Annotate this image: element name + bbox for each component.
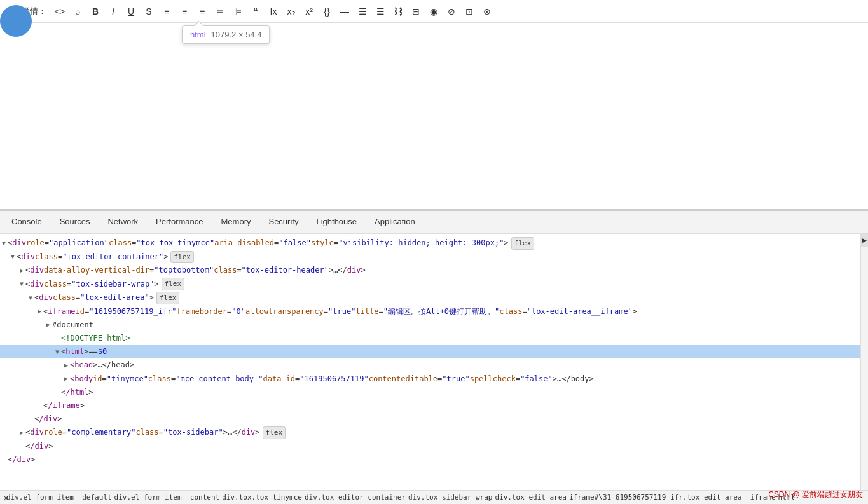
dom-toggle[interactable]: ▼: [18, 279, 25, 289]
clock-icon[interactable]: ⊗: [479, 3, 495, 20]
csdn-watermark: CSDN @ 爱前端超过女朋友: [768, 489, 863, 500]
editor-toolbar: 通知详情： <>⌕BIUS≡≡≡⊨⊫❝Ixx₂x²{}—☰☰⛓⊟◉⊘⊡⊗: [0, 0, 868, 23]
breadcrumb-item-1[interactable]: div.el-form-item__content: [113, 493, 221, 501]
superscript-icon[interactable]: x²: [301, 3, 317, 20]
devtools-tabs: ConsoleSourcesNetworkPerformanceMemorySe…: [0, 211, 868, 234]
right-panel: ▶: [860, 234, 868, 490]
dom-toggle[interactable]: ▼: [9, 252, 17, 262]
dom-toggle[interactable]: ▶: [62, 360, 70, 371]
breadcrumb-item-2[interactable]: div.tox.tox-tinymce: [221, 493, 303, 501]
dom-line-line10[interactable]: ▶<head>…</head>: [0, 358, 860, 372]
editor-area: 通知详情： <>⌕BIUS≡≡≡⊨⊫❝Ixx₂x²{}—☰☰⛓⊟◉⊘⊡⊗ htm…: [0, 0, 868, 210]
dom-line-line16[interactable]: </div>: [0, 440, 860, 453]
tab-sources[interactable]: Sources: [51, 211, 99, 234]
align-right-icon[interactable]: ≡: [194, 3, 210, 20]
dom-toggle[interactable]: ▶: [18, 266, 25, 276]
dom-toggle[interactable]: ▼: [0, 238, 8, 249]
underline-icon[interactable]: U: [123, 3, 139, 20]
dom-doctype: <!DOCTYPE html>: [61, 332, 130, 344]
outdent-icon[interactable]: ⊫: [230, 3, 246, 20]
toolbar-icons: <>⌕BIUS≡≡≡⊨⊫❝Ixx₂x²{}—☰☰⛓⊟◉⊘⊡⊗: [52, 3, 495, 20]
tab-console[interactable]: Console: [3, 211, 51, 234]
dom-toggle[interactable]: ▼: [53, 347, 61, 357]
dom-line-line14[interactable]: </div>: [0, 412, 860, 426]
align-left-icon[interactable]: ≡: [158, 3, 175, 20]
dom-line-line15[interactable]: ▶<div role="complementary" class="tox-si…: [0, 426, 860, 440]
breadcrumb-item-3[interactable]: div.tox-editor-container: [303, 493, 407, 501]
dom-line-line9[interactable]: ▼<html> == $0: [0, 345, 860, 358]
tab-memory[interactable]: Memory: [212, 211, 260, 234]
tab-performance[interactable]: Performance: [147, 211, 212, 234]
devtools-breadcrumb: div.el-form-item--default div.el-form-it…: [0, 490, 868, 504]
editor-body: [182, 23, 868, 209]
element-tooltip: html 1079.2 × 54.4: [182, 25, 270, 44]
breadcrumb-item-4[interactable]: div.tox-sidebar-wrap: [407, 493, 493, 501]
dom-text: #document: [52, 319, 93, 331]
tab-network[interactable]: Network: [99, 211, 147, 234]
code-icon[interactable]: <>: [52, 3, 68, 20]
dom-line-line2[interactable]: ▼<div class="tox-editor-container">flex: [0, 250, 860, 264]
tab-security[interactable]: Security: [259, 211, 307, 234]
subscript-icon[interactable]: x₂: [283, 3, 300, 20]
bold-icon[interactable]: B: [87, 3, 104, 20]
dom-toggle[interactable]: ▶: [36, 306, 43, 317]
preview-icon[interactable]: ◉: [425, 3, 442, 20]
tooltip-size: 1079.2 × 54.4: [211, 30, 262, 39]
italic-icon[interactable]: I: [105, 3, 121, 20]
link-icon[interactable]: ⛓: [390, 3, 406, 20]
strikethrough-icon[interactable]: S: [141, 3, 157, 20]
dom-line-line7[interactable]: ▶#document: [0, 318, 860, 332]
breadcrumb-item-6[interactable]: iframe#\31 619506757119_ifr.tox-edit-are…: [568, 493, 777, 501]
dom-toggle[interactable]: ▼: [27, 293, 34, 303]
breadcrumb-item-0[interactable]: div.el-form-item--default: [5, 493, 113, 501]
quote-icon[interactable]: ❝: [247, 3, 264, 20]
clear-format-icon[interactable]: Ix: [265, 3, 282, 20]
layout-badge: flex: [263, 426, 286, 439]
layout-badge: flex: [170, 251, 194, 264]
dom-tree: ▼<div role="application" class="tox tox-…: [0, 234, 860, 490]
dom-line-line12[interactable]: </html>: [0, 386, 860, 399]
tab-lighthouse[interactable]: Lighthouse: [307, 211, 366, 234]
devtools-content: ▼<div role="application" class="tox tox-…: [0, 234, 868, 490]
layout-badge: flex: [511, 237, 535, 250]
search-icon[interactable]: ⌕: [69, 3, 86, 20]
bookmark-icon[interactable]: ⊘: [443, 3, 460, 20]
list-ordered-icon[interactable]: ☰: [372, 3, 389, 20]
dom-line-line17[interactable]: </div>: [0, 453, 860, 467]
dom-line-line4[interactable]: ▼<div class="tox-sidebar-wrap">flex: [0, 277, 860, 291]
hr-icon[interactable]: —: [336, 3, 353, 20]
dom-line-line13[interactable]: </iframe>: [0, 399, 860, 412]
devtools-panel: ConsoleSourcesNetworkPerformanceMemorySe…: [0, 210, 868, 504]
dom-line-line1[interactable]: ▼<div role="application" class="tox tox-…: [0, 236, 860, 250]
layout-badge: flex: [156, 292, 180, 304]
tooltip-tag: html: [190, 30, 206, 39]
dom-line-line6[interactable]: ▶<iframe id="1619506757119_ifr" framebor…: [0, 305, 860, 318]
dom-line-line5[interactable]: ▼<div class="tox-edit-area">flex: [0, 291, 860, 305]
editor-avatar: [0, 5, 32, 37]
dom-toggle[interactable]: ▶: [45, 320, 52, 330]
dom-line-line3[interactable]: ▶<div data-alloy-vertical-dir="toptobott…: [0, 264, 860, 277]
layout-badge: flex: [162, 278, 185, 290]
dom-line-line8[interactable]: <!DOCTYPE html>: [0, 332, 860, 345]
close-button[interactable]: ×: [0, 493, 12, 504]
breadcrumb-item-5[interactable]: div.tox-edit-area: [493, 493, 568, 501]
align-center-icon[interactable]: ≡: [176, 3, 193, 20]
right-arrow[interactable]: ▶: [861, 234, 868, 247]
dom-toggle[interactable]: ▶: [62, 374, 70, 384]
dom-toggle[interactable]: ▶: [18, 428, 25, 438]
dom-line-line11[interactable]: ▶<body id="tinymce" class="mce-content-b…: [0, 372, 860, 386]
image-icon[interactable]: ⊟: [408, 3, 424, 20]
table-icon[interactable]: ⊡: [461, 3, 478, 20]
tab-application[interactable]: Application: [366, 211, 424, 234]
list-bullet-icon[interactable]: ☰: [354, 3, 371, 20]
code-block-icon[interactable]: {}: [319, 3, 335, 20]
indent-icon[interactable]: ⊨: [212, 3, 228, 20]
